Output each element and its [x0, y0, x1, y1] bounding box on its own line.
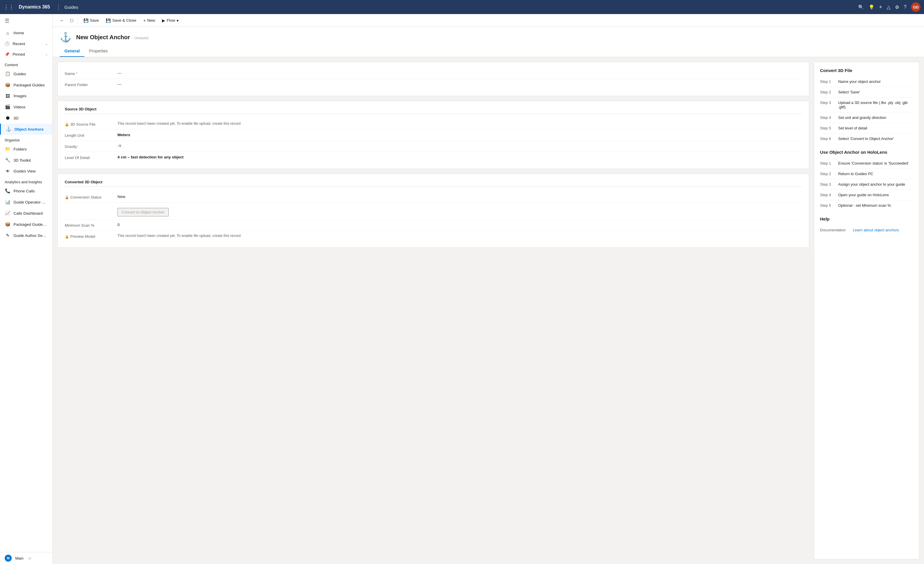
toolbar: ← □ 💾 Save 💾 Save & Close + New ▶ Flow ▾: [53, 14, 924, 27]
convert-step-2-text: Select 'Save': [838, 90, 860, 94]
name-row: Name * ---: [65, 68, 802, 79]
sidebar-item-images[interactable]: 🖼 Images: [0, 90, 52, 101]
tab-properties[interactable]: Properties: [84, 46, 112, 57]
page-header: ⚓ New Object Anchor - Unsaved General Pr…: [53, 27, 924, 57]
gravity-value[interactable]: -Y: [117, 144, 802, 148]
hololens-step-4: Step 4 Open your guide on HoloLens: [820, 190, 913, 200]
sidebar-label-packaged-guides: Packaged Guides: [14, 83, 45, 87]
sidebar-label-videos: Videos: [14, 105, 26, 109]
record-type-icon: ⚓: [60, 32, 72, 43]
sub-app-title[interactable]: Guides: [64, 4, 78, 10]
sidebar-label-3d: 3D: [14, 116, 18, 120]
save-close-label: Save & Close: [112, 18, 136, 22]
hololens-step-3-label: Step 3: [820, 182, 835, 186]
source-3d-title: Source 3D Object: [65, 107, 802, 114]
sidebar-item-object-anchors[interactable]: ⚓ Object Anchors: [0, 124, 52, 135]
sidebar-item-guides-view[interactable]: 👁 Guides View: [0, 166, 52, 177]
sidebar-item-3d[interactable]: ⬢ 3D: [0, 112, 52, 124]
env-chevron-icon: ◁: [28, 556, 30, 560]
sidebar-label-guide-operator: Guide Operator Sessi...: [14, 200, 48, 204]
new-button[interactable]: + New: [140, 16, 158, 25]
name-value[interactable]: ---: [117, 71, 802, 75]
preview-model-value: This record hasn't been created yet. To …: [117, 234, 802, 238]
level-of-detail-label: Level Of Detail: [65, 155, 117, 160]
sidebar: ☰ ⌂ Home 🕐 Recent ⌄ 📌 Pinned ⌄ Content 📋…: [0, 14, 53, 564]
convert-step-4-label: Step 4: [820, 116, 835, 120]
recent-icon: 🕐: [4, 41, 10, 46]
filter-icon[interactable]: △: [887, 4, 890, 10]
sidebar-item-guides[interactable]: 📋 Guides: [0, 68, 52, 80]
hololens-step-2: Step 2 Return to Guides PC: [820, 169, 913, 179]
sidebar-toggle[interactable]: ☰: [0, 14, 52, 27]
documentation-row: Documentation Learn about object anchors: [820, 225, 913, 235]
sidebar-item-phone-calls[interactable]: 📞 Phone Calls: [0, 185, 52, 196]
back-button[interactable]: ←: [57, 16, 67, 25]
hololens-step-5: Step 5 Optional - set Minimum scan %: [820, 200, 913, 210]
form-panel: Name * --- Parent Folder --- Source 3D O…: [57, 62, 809, 560]
conversion-status-value: New: [117, 195, 802, 199]
sidebar-item-calls-dashboard[interactable]: 📈 Calls Dashboard: [0, 208, 52, 219]
preview-model-label: 🔒 Preview Model: [65, 234, 117, 238]
toolbar-divider-1: [78, 17, 78, 24]
tab-general[interactable]: General: [60, 46, 84, 57]
env-icon: M: [4, 555, 12, 562]
sidebar-label-home: Home: [14, 31, 24, 35]
level-of-detail-value[interactable]: 4 cm – fast detection for any object: [117, 155, 802, 159]
sidebar-item-videos[interactable]: 🎬 Videos: [0, 101, 52, 112]
length-unit-row: Length Unit Meters: [65, 130, 802, 141]
hololens-step-2-text: Return to Guides PC: [838, 172, 873, 176]
sidebar-item-3d-toolkit[interactable]: 🔧 3D Toolkit: [0, 154, 52, 166]
refresh-button[interactable]: □: [68, 16, 75, 25]
lightbulb-icon[interactable]: 💡: [868, 4, 874, 10]
sidebar-item-folders[interactable]: 📁 Folders: [0, 144, 52, 154]
hololens-step-3-text: Assign your object anchor to your guide: [838, 182, 905, 186]
sidebar-item-packaged-guides[interactable]: 📦 Packaged Guides: [0, 80, 52, 90]
sidebar-label-object-anchors: Object Anchors: [14, 127, 44, 132]
use-on-hololens-title: Use Object Anchor on HoloLens: [820, 150, 913, 154]
sidebar-item-guide-operator[interactable]: 📊 Guide Operator Sessi...: [0, 196, 52, 208]
sidebar-item-guide-author[interactable]: ✎ Guide Author Sessions: [0, 230, 52, 241]
author-icon: ✎: [4, 233, 10, 238]
sidebar-label-guide-author: Guide Author Sessions: [14, 233, 48, 238]
hololens-step-3: Step 3 Assign your object anchor to your…: [820, 179, 913, 190]
images-icon: 🖼: [4, 93, 10, 98]
save-close-button[interactable]: 💾 Save & Close: [103, 16, 139, 25]
settings-icon[interactable]: ⚙: [895, 4, 899, 10]
convert-step-2-label: Step 2: [820, 90, 835, 94]
minimum-scan-label: Minimum Scan %: [65, 222, 117, 228]
sidebar-item-packaged-guides-op[interactable]: 📦 Packaged Guides Op...: [0, 219, 52, 230]
save-label: Save: [90, 18, 99, 22]
sidebar-item-pinned[interactable]: 📌 Pinned ⌄: [0, 49, 52, 60]
sidebar-item-recent[interactable]: 🕐 Recent ⌄: [0, 38, 52, 49]
environment-bar[interactable]: M Main ◁: [0, 552, 52, 564]
help-icon[interactable]: ?: [904, 4, 906, 10]
save-button[interactable]: 💾 Save: [81, 16, 102, 25]
home-icon: ⌂: [4, 30, 10, 35]
sidebar-label-calls-dashboard: Calls Dashboard: [14, 211, 43, 216]
convert-to-object-anchor-button[interactable]: Convert to Object Anchor: [117, 208, 169, 216]
section-content-label: Content: [0, 60, 52, 68]
convert-step-1-label: Step 1: [820, 80, 835, 84]
convert-3d-file-title: Convert 3D File: [820, 68, 913, 73]
minimum-scan-value[interactable]: 0: [117, 222, 802, 227]
save-close-icon: 💾: [106, 18, 111, 23]
basic-fields-card: Name * --- Parent Folder ---: [57, 62, 809, 96]
app-layout: ☰ ⌂ Home 🕐 Recent ⌄ 📌 Pinned ⌄ Content 📋…: [0, 14, 924, 564]
sidebar-item-home[interactable]: ⌂ Home: [0, 27, 52, 38]
parent-folder-label: Parent Folder: [65, 82, 117, 87]
level-of-detail-row: Level Of Detail 4 cm – fast detection fo…: [65, 152, 802, 163]
3d-icon: ⬢: [4, 116, 10, 121]
search-icon[interactable]: 🔍: [858, 4, 864, 10]
grid-icon[interactable]: ⋮⋮: [3, 4, 14, 10]
page-subtitle: - Unsaved: [132, 36, 148, 40]
flow-button[interactable]: ▶ Flow ▾: [159, 16, 182, 25]
convert-step-6-label: Step 6: [820, 136, 835, 141]
convert-btn-label-spacer: [65, 206, 117, 206]
add-icon[interactable]: +: [879, 4, 882, 10]
sidebar-label-folders: Folders: [14, 147, 27, 152]
length-unit-value[interactable]: Meters: [117, 133, 802, 137]
parent-folder-value[interactable]: ---: [117, 82, 802, 86]
convert-step-4-text: Set unit and gravity direction: [838, 116, 886, 120]
user-avatar[interactable]: GD: [911, 2, 921, 12]
learn-about-object-anchors-link[interactable]: Learn about object anchors: [853, 228, 899, 232]
